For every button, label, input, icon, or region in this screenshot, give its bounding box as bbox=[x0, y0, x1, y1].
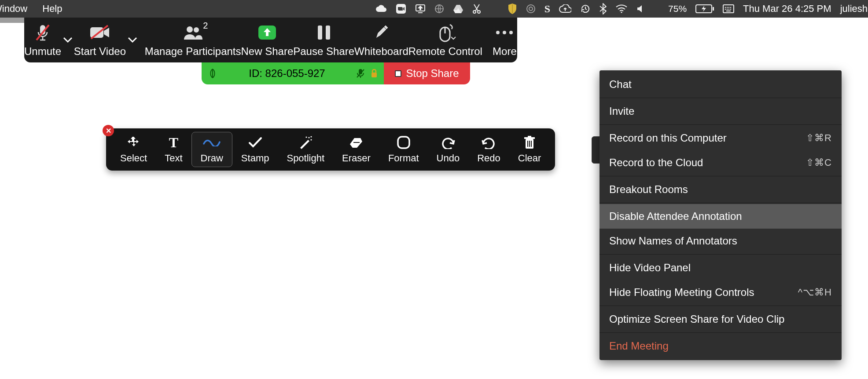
mac-menubar: Window Help S 75% Thu Mar 26 4:25 PM jul… bbox=[0, 0, 868, 18]
undo-icon bbox=[441, 135, 455, 150]
checkmark-icon bbox=[248, 135, 262, 150]
unmute-button[interactable]: Unmute bbox=[24, 18, 61, 62]
annotation-stamp-button[interactable]: Stamp bbox=[232, 132, 278, 167]
svg-point-16 bbox=[727, 9, 728, 10]
annotation-format-button[interactable]: Format bbox=[379, 132, 428, 167]
svg-rect-19 bbox=[726, 11, 731, 11]
annotation-toolbar: ✕ Select T Text Draw Stamp Spotlight Era… bbox=[106, 128, 555, 171]
globe-icon[interactable] bbox=[434, 4, 444, 14]
more-dropdown-menu: Chat Invite Record on this Computer ⇧⌘R … bbox=[600, 70, 842, 360]
menu-hide-floating-controls[interactable]: Hide Floating Meeting Controls ^⌥⌘H bbox=[600, 280, 842, 305]
keyboard-viewer-icon[interactable] bbox=[723, 4, 734, 13]
menubar-user[interactable]: juliesh bbox=[840, 3, 868, 15]
mac-status-tray: S 75% Thu Mar 26 4:25 PM juliesh bbox=[375, 3, 868, 15]
close-annotation-toolbar-button[interactable]: ✕ bbox=[103, 125, 114, 136]
pencil-icon bbox=[373, 24, 389, 41]
text-icon: T bbox=[169, 135, 178, 150]
lock-icon bbox=[371, 69, 378, 78]
annotation-spotlight-button[interactable]: Spotlight bbox=[278, 132, 333, 167]
s-app-icon[interactable]: S bbox=[544, 3, 550, 15]
svg-point-14 bbox=[730, 7, 731, 8]
menu-help[interactable]: Help bbox=[40, 0, 64, 17]
menu-breakout-rooms[interactable]: Breakout Rooms bbox=[600, 177, 842, 202]
svg-point-6 bbox=[529, 7, 533, 11]
drive-icon[interactable] bbox=[453, 4, 463, 14]
wifi-icon[interactable] bbox=[615, 4, 628, 13]
menu-record-local[interactable]: Record on this Computer ⇧⌘R bbox=[600, 126, 842, 150]
battery-percent: 75% bbox=[668, 4, 687, 14]
window-titlebar-fragment bbox=[0, 18, 24, 23]
time-machine-icon[interactable] bbox=[580, 4, 591, 14]
menu-end-meeting[interactable]: End Meeting bbox=[600, 334, 842, 358]
annotation-eraser-button[interactable]: Eraser bbox=[333, 132, 379, 167]
volume-icon[interactable] bbox=[636, 4, 644, 14]
svg-point-7 bbox=[621, 11, 622, 13]
zoom-tray-icon[interactable] bbox=[396, 4, 406, 14]
svg-point-37 bbox=[311, 139, 312, 140]
target-icon[interactable] bbox=[526, 4, 536, 14]
svg-rect-21 bbox=[90, 27, 103, 38]
video-off-icon bbox=[89, 25, 111, 40]
svg-point-30 bbox=[496, 31, 500, 34]
move-icon bbox=[127, 135, 140, 150]
magic-wand-icon bbox=[298, 135, 313, 150]
menubar-clock[interactable]: Thu Mar 26 4:25 PM bbox=[743, 3, 831, 15]
annotation-draw-button[interactable]: Draw bbox=[191, 132, 232, 167]
start-video-button[interactable]: Start Video bbox=[74, 18, 126, 62]
svg-point-17 bbox=[728, 9, 729, 10]
rounded-square-icon bbox=[397, 135, 411, 150]
shortcut-label: ⇧⌘R bbox=[806, 132, 832, 144]
svg-point-32 bbox=[509, 31, 513, 34]
whiteboard-button[interactable]: Whiteboard bbox=[354, 18, 408, 62]
pause-icon bbox=[316, 24, 332, 41]
remote-control-button[interactable]: Remote Control bbox=[408, 18, 482, 62]
svg-point-24 bbox=[194, 27, 199, 33]
participants-count-badge: 2 bbox=[203, 21, 208, 31]
share-screen-icon bbox=[257, 24, 278, 41]
annotation-text-button[interactable]: T Text bbox=[156, 132, 191, 167]
shield-icon[interactable] bbox=[508, 3, 517, 15]
menu-hide-video-panel[interactable]: Hide Video Panel bbox=[600, 255, 842, 280]
close-icon: ✕ bbox=[106, 127, 111, 135]
manage-participants-button[interactable]: 2 Manage Participants bbox=[145, 18, 241, 62]
scissors-icon[interactable] bbox=[472, 4, 481, 14]
mac-app-menu: Window Help bbox=[0, 0, 64, 17]
svg-point-38 bbox=[306, 136, 307, 138]
annotation-redo-button[interactable]: Redo bbox=[468, 132, 509, 167]
svg-point-12 bbox=[727, 7, 728, 8]
pause-share-button[interactable]: Pause Share bbox=[293, 18, 354, 62]
menu-invite[interactable]: Invite bbox=[600, 99, 842, 124]
cloud-upload-icon[interactable] bbox=[559, 4, 571, 13]
more-button[interactable]: More bbox=[492, 18, 517, 62]
new-share-button[interactable]: New Share bbox=[241, 18, 294, 62]
svg-rect-43 bbox=[528, 136, 531, 138]
menu-optimize-video-clip[interactable]: Optimize Screen Share for Video Clip bbox=[600, 307, 842, 332]
menu-show-names-annotators[interactable]: Show Names of Annotators bbox=[600, 229, 842, 253]
meeting-id-panel[interactable]: ID: 826-055-927 bbox=[202, 62, 384, 84]
cloud-icon[interactable] bbox=[375, 5, 387, 13]
menu-record-cloud[interactable]: Record to the Cloud ⇧⌘C bbox=[600, 150, 842, 175]
battery-charging-icon[interactable] bbox=[695, 4, 714, 13]
svg-rect-26 bbox=[318, 26, 322, 40]
svg-point-23 bbox=[187, 26, 193, 33]
screen-share-tray-icon[interactable] bbox=[415, 4, 426, 14]
annotation-undo-button[interactable]: Undo bbox=[428, 132, 469, 167]
eraser-icon bbox=[349, 135, 363, 150]
menu-disable-attendee-annotation[interactable]: Disable Attendee Annotation bbox=[600, 204, 842, 229]
video-options-chevron-icon[interactable] bbox=[127, 32, 139, 48]
svg-rect-27 bbox=[326, 26, 330, 40]
svg-point-18 bbox=[730, 9, 731, 10]
svg-point-36 bbox=[309, 137, 310, 138]
annotation-select-button[interactable]: Select bbox=[111, 132, 156, 167]
svg-point-31 bbox=[503, 31, 506, 34]
stop-share-button[interactable]: Stop Share bbox=[384, 62, 470, 84]
meeting-id-text: ID: 826-055-927 bbox=[224, 67, 350, 80]
svg-point-5 bbox=[527, 5, 535, 13]
svg-rect-35 bbox=[371, 73, 377, 77]
svg-rect-40 bbox=[398, 137, 409, 148]
menu-chat[interactable]: Chat bbox=[600, 72, 842, 97]
annotation-clear-button[interactable]: Clear bbox=[509, 132, 550, 167]
audio-options-chevron-icon[interactable] bbox=[62, 32, 74, 48]
bluetooth-icon[interactable] bbox=[600, 3, 607, 15]
menu-window[interactable]: Window bbox=[0, 0, 29, 17]
